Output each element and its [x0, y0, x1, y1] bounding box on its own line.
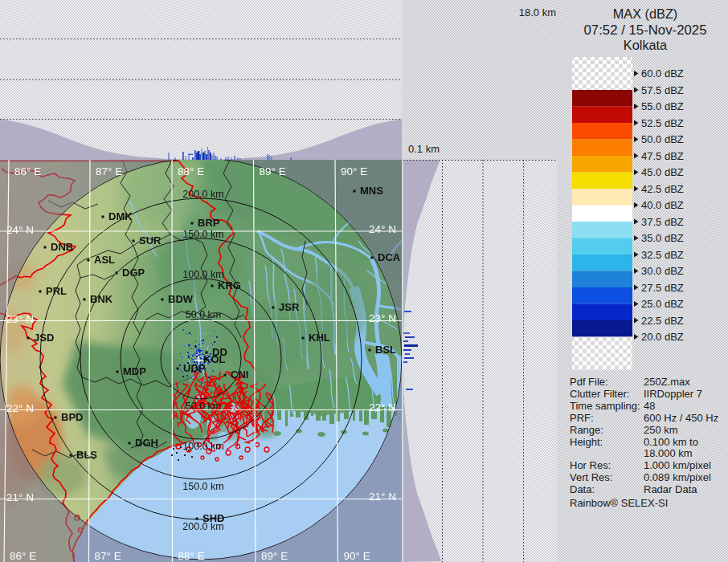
svg-text:52.5 dBZ: 52.5 dBZ: [641, 117, 684, 129]
svg-text:Rainbow® SELEX-SI: Rainbow® SELEX-SI: [570, 497, 668, 509]
svg-text:200.0 km: 200.0 km: [182, 189, 223, 200]
svg-text:50.0 km: 50.0 km: [186, 401, 221, 412]
svg-text:22° N: 22° N: [6, 402, 34, 414]
svg-text:35.0 dBZ: 35.0 dBZ: [641, 232, 684, 244]
svg-text:07:52 / 15-Nov-2025: 07:52 / 15-Nov-2025: [584, 22, 707, 38]
svg-text:DCA: DCA: [378, 251, 401, 263]
svg-text:25.0 dBZ: 25.0 dBZ: [641, 298, 684, 310]
svg-text:Range:: Range:: [570, 424, 603, 436]
svg-text:250Z.max: 250Z.max: [644, 376, 690, 388]
svg-text:Radar Data: Radar Data: [644, 483, 697, 495]
svg-text:DNB: DNB: [51, 241, 73, 253]
svg-text:50.0 dBZ: 50.0 dBZ: [641, 133, 684, 145]
svg-text:BLS: BLS: [76, 449, 97, 461]
svg-text:KOL: KOL: [203, 353, 226, 365]
svg-text:100.0 km: 100.0 km: [182, 269, 223, 280]
svg-text:18.000 km: 18.000 km: [644, 447, 693, 459]
svg-text:18.0 km: 18.0 km: [519, 6, 556, 18]
svg-text:22.5 dBZ: 22.5 dBZ: [641, 315, 684, 327]
svg-text:87° E: 87° E: [96, 165, 122, 177]
svg-text:20.0 dBZ: 20.0 dBZ: [641, 331, 684, 343]
svg-text:89° E: 89° E: [261, 550, 288, 562]
svg-text:BDW: BDW: [168, 293, 194, 305]
svg-text:Clutter Filter:: Clutter Filter:: [570, 388, 629, 400]
svg-text:21° N: 21° N: [369, 491, 396, 503]
svg-text:BNK: BNK: [90, 293, 113, 305]
svg-text:Vert Res:: Vert Res:: [570, 471, 612, 483]
svg-text:24° N: 24° N: [6, 224, 34, 236]
svg-text:MAX (dBZ): MAX (dBZ): [613, 6, 678, 21]
svg-text:55.0 dBZ: 55.0 dBZ: [641, 100, 684, 112]
svg-text:DMK: DMK: [108, 210, 133, 222]
svg-text:21° N: 21° N: [6, 491, 34, 503]
svg-text:1.000 km/pixel: 1.000 km/pixel: [644, 459, 711, 471]
svg-text:88° E: 88° E: [178, 165, 204, 177]
svg-text:SUR: SUR: [139, 234, 162, 246]
svg-text:IIRDoppler 7: IIRDoppler 7: [644, 388, 702, 400]
svg-text:87° E: 87° E: [95, 550, 121, 562]
svg-text:BPD: BPD: [61, 411, 83, 423]
svg-text:Hor Res:: Hor Res:: [570, 459, 611, 471]
svg-text:Data:: Data:: [570, 483, 595, 495]
svg-text:32.5 dBZ: 32.5 dBZ: [641, 249, 684, 261]
svg-text:0.100 km to: 0.100 km to: [644, 436, 698, 448]
svg-text:Pdf File:: Pdf File:: [570, 376, 608, 388]
svg-text:KHL: KHL: [309, 332, 330, 344]
svg-text:PRL: PRL: [46, 285, 67, 297]
svg-text:DGP: DGP: [122, 267, 145, 279]
svg-text:57.5 dBZ: 57.5 dBZ: [641, 84, 684, 96]
svg-text:ASL: ASL: [94, 254, 115, 266]
svg-text:JSD: JSD: [34, 332, 54, 344]
svg-text:90° E: 90° E: [344, 550, 370, 562]
svg-text:50.0 km: 50.0 km: [186, 309, 221, 320]
svg-text:UDP: UDP: [183, 362, 206, 374]
svg-text:89° E: 89° E: [260, 165, 286, 177]
svg-text:KRG: KRG: [218, 279, 241, 291]
svg-text:DGH: DGH: [135, 437, 158, 449]
svg-text:37.5 dBZ: 37.5 dBZ: [641, 216, 684, 228]
svg-text:SHD: SHD: [202, 512, 224, 524]
svg-text:23° N: 23° N: [6, 313, 34, 325]
svg-text:22° N: 22° N: [369, 401, 396, 413]
svg-text:23° N: 23° N: [369, 312, 396, 324]
svg-text:47.5 dBZ: 47.5 dBZ: [641, 150, 684, 162]
svg-text:Kolkata: Kolkata: [624, 38, 668, 52]
svg-text:48: 48: [644, 400, 655, 412]
svg-text:45.0 dBZ: 45.0 dBZ: [641, 166, 684, 178]
svg-text:24° N: 24° N: [369, 223, 396, 235]
svg-text:40.0 dBZ: 40.0 dBZ: [641, 199, 684, 211]
svg-text:90° E: 90° E: [341, 165, 367, 177]
svg-text:600 Hz / 450 Hz: 600 Hz / 450 Hz: [644, 412, 718, 424]
svg-text:JSR: JSR: [279, 301, 300, 313]
svg-text:Height:: Height:: [570, 436, 603, 448]
svg-text:Time sampling:: Time sampling:: [570, 400, 640, 412]
svg-text:PRF:: PRF:: [570, 412, 594, 424]
svg-text:86° E: 86° E: [14, 165, 41, 177]
svg-text:0.089 km/pixel: 0.089 km/pixel: [644, 471, 711, 483]
svg-text:150.0 km: 150.0 km: [182, 229, 223, 240]
svg-text:30.0 dBZ: 30.0 dBZ: [641, 265, 684, 277]
svg-text:BRP: BRP: [198, 217, 220, 229]
svg-text:60.0 dBZ: 60.0 dBZ: [641, 67, 684, 79]
svg-text:0.1 km: 0.1 km: [408, 143, 440, 155]
svg-text:BSL: BSL: [375, 344, 396, 356]
svg-text:CNI: CNI: [231, 369, 248, 381]
svg-text:88° E: 88° E: [178, 550, 205, 562]
svg-text:86° E: 86° E: [10, 550, 36, 562]
svg-text:42.5 dBZ: 42.5 dBZ: [641, 183, 684, 195]
svg-text:150.0 km: 150.0 km: [182, 481, 223, 492]
svg-text:250 km: 250 km: [644, 424, 678, 436]
svg-text:MNS: MNS: [360, 185, 383, 197]
svg-text:MDP: MDP: [123, 365, 146, 377]
svg-text:27.5 dBZ: 27.5 dBZ: [641, 282, 684, 294]
